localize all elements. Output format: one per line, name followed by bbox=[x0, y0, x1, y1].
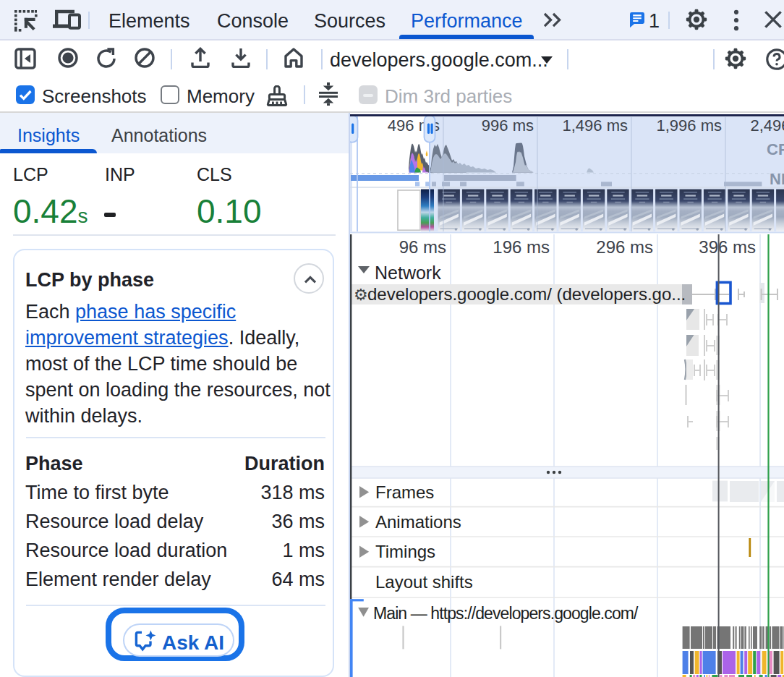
svg-text:Timings: Timings bbox=[375, 542, 435, 561]
svg-text:developers.google.com/ (develo: developers.google.com/ (developers.go... bbox=[367, 284, 685, 304]
svg-text:996 ms: 996 ms bbox=[481, 116, 533, 135]
svg-text:Main — https://developers.goog: Main — https://developers.google.com/ bbox=[372, 604, 638, 623]
svg-text:2,496 ms: 2,496 ms bbox=[750, 116, 784, 135]
svg-text:Animations: Animations bbox=[375, 512, 461, 532]
svg-text:1,496 ms: 1,496 ms bbox=[562, 116, 628, 135]
svg-text:196 ms: 196 ms bbox=[492, 237, 549, 257]
svg-text:1,996 ms: 1,996 ms bbox=[656, 116, 722, 135]
svg-text:Layout shifts: Layout shifts bbox=[375, 572, 472, 592]
svg-text:⚙: ⚙ bbox=[353, 286, 367, 304]
svg-text:CPU: CPU bbox=[766, 140, 784, 158]
svg-text:296 ms: 296 ms bbox=[595, 237, 652, 257]
svg-text:396 ms: 396 ms bbox=[698, 237, 755, 257]
svg-text:NET: NET bbox=[769, 170, 784, 188]
svg-text:Frames: Frames bbox=[375, 482, 433, 502]
svg-text:96 ms: 96 ms bbox=[399, 237, 446, 257]
svg-text:Network: Network bbox=[374, 263, 440, 283]
